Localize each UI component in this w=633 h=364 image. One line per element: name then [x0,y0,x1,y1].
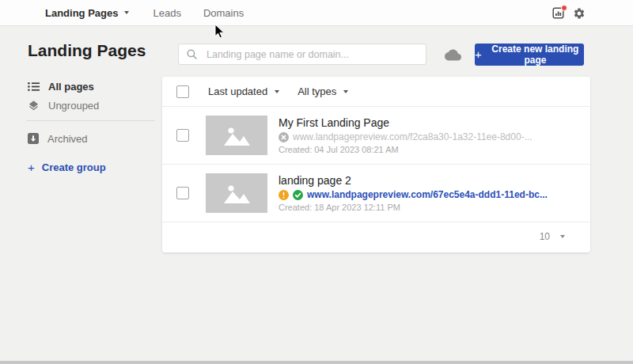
top-navbar: Landing Pages Leads Domains [0,0,633,26]
bottom-scrollbar[interactable] [0,361,633,364]
row-info: landing page 2 www.landpagepreview.com/6… [279,174,548,212]
reports-notification-button[interactable] [552,7,564,19]
navbar-actions [552,0,586,26]
pending-status-icon [279,190,289,200]
page-title: Landing Pages [28,41,146,60]
nav-item-landing-pages[interactable]: Landing Pages [45,7,129,19]
row-info: My First Landing Page www.landpageprevie… [279,116,533,154]
search-input[interactable] [207,49,418,60]
search-icon [187,49,197,59]
landing-page-row: My First Landing Page www.landpageprevie… [162,107,590,165]
sidebar-item-ungrouped[interactable]: Ungrouped [28,98,99,112]
settings-button[interactable] [573,7,586,20]
create-new-landing-page-button[interactable]: + Create new landing page [475,44,584,66]
image-placeholder-icon [222,183,251,203]
chevron-down-icon[interactable] [343,90,348,93]
landing-page-thumbnail[interactable] [206,116,267,155]
page-size-selector[interactable]: 10 [540,231,550,242]
nav-item-leads[interactable]: Leads [153,7,180,19]
search-box [178,44,426,65]
sidebar-item-all-pages[interactable]: All pages [28,79,94,93]
landing-page-url: www.landpagepreview.com/f2ca8a30-1a32-11… [293,131,533,142]
sidebar-divider [26,120,155,121]
chevron-down-icon[interactable] [560,235,565,238]
nav-item-label: Landing Pages [45,7,118,19]
sidebar-item-archived[interactable]: Archived [28,131,88,146]
url-line: www.landpagepreview.com/f2ca8a30-1a32-11… [279,131,533,142]
type-filter-dropdown[interactable]: All types [298,85,336,97]
landing-page-row: landing page 2 www.landpagepreview.com/6… [162,165,590,222]
landing-page-title[interactable]: My First Landing Page [279,116,533,129]
sort-dropdown[interactable]: Last updated [208,85,267,97]
archive-icon [28,133,39,144]
plus-icon: + [475,48,482,60]
list-icon [28,82,40,92]
sidebar-item-label: Archived [47,133,88,145]
nav-item-label: Domains [203,7,244,19]
app-window: Landing Pages Leads Domains [0,0,633,364]
nav-item-label: Leads [153,7,180,19]
create-group-label: Create group [42,161,106,173]
import-upload-button[interactable] [442,44,463,65]
created-date: Created: 18 Apr 2023 12:11 PM [279,203,548,212]
plus-icon: + [28,161,35,174]
created-date: Created: 04 Jul 2023 08:21 AM [279,145,533,154]
url-line: www.landpagepreview.com/67ec5e4a-ddd1-11… [279,189,548,200]
nav-item-domains[interactable]: Domains [203,7,244,19]
create-group-button[interactable]: + Create group [28,161,106,174]
create-button-label: Create new landing page [487,44,584,66]
select-all-checkbox[interactable] [176,85,189,98]
gear-icon [573,7,586,20]
chevron-down-icon[interactable] [275,90,279,93]
landing-page-thumbnail[interactable] [206,173,267,213]
sidebar-item-label: Ungrouped [48,100,99,112]
layers-icon [28,100,40,112]
unpublished-status-icon [279,132,289,142]
row-checkbox[interactable] [176,129,189,142]
landing-pages-list-card: Last updated All types My First Landing … [162,77,590,252]
list-footer: 10 [162,222,590,251]
landing-page-title[interactable]: landing page 2 [279,174,548,187]
image-placeholder-icon [222,125,251,146]
notification-badge [561,5,567,11]
published-check-icon [293,190,303,200]
landing-page-url[interactable]: www.landpagepreview.com/67ec5e4a-ddd1-11… [307,189,548,200]
chevron-down-icon [124,11,129,14]
sidebar-item-label: All pages [48,81,94,93]
row-checkbox[interactable] [176,187,189,199]
list-filter-bar: Last updated All types [162,77,590,107]
cloud-icon [445,47,461,63]
